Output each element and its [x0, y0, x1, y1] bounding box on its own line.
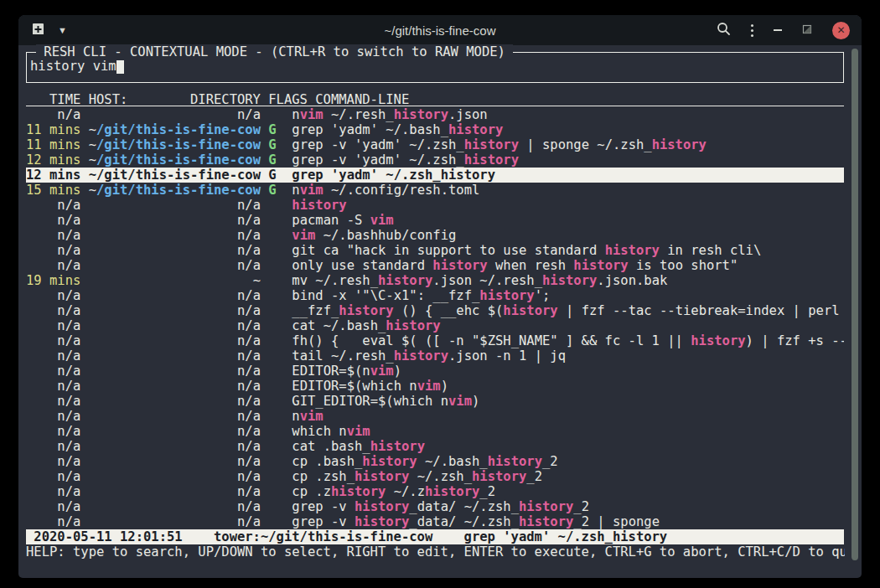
history-row[interactable]: n/a n/a nvim ~/.resh_history.json — [26, 107, 844, 122]
table-header: TIME HOST: DIRECTORY FLAGS COMMAND-LINE — [26, 92, 844, 106]
history-row[interactable]: n/a n/a history — [26, 198, 844, 213]
history-row[interactable]: n/a n/a only use standard history when r… — [26, 258, 844, 273]
restore-icon — [802, 24, 812, 37]
close-icon: ✕ — [832, 22, 850, 39]
kebab-menu-icon — [751, 24, 753, 37]
new-tab-button[interactable] — [28, 21, 48, 40]
history-row[interactable]: n/a n/a cat ~/.bash_history — [26, 318, 844, 333]
history-row[interactable]: n/a n/a cp .bash_history ~/.bash_history… — [26, 454, 844, 469]
restore-button[interactable] — [800, 23, 814, 39]
titlebar-left-controls: ▼ — [28, 21, 69, 40]
history-row[interactable]: n/a n/a bind -x '"\C-x1": __fzf_history'… — [26, 288, 844, 303]
history-row[interactable]: 12 mins ~/git/this-is-fine-cow G grep 'y… — [26, 168, 844, 183]
history-row[interactable]: n/a n/a GIT_EDITOR=$(which nvim) — [26, 394, 844, 409]
terminal-window: ▼ ~/git/this-is-fine-cow — [18, 15, 862, 578]
history-row[interactable]: n/a n/a cp .zsh_history ~/.zsh_history_2 — [26, 469, 844, 484]
chevron-down-icon: ▼ — [58, 26, 67, 35]
titlebar: ▼ ~/git/this-is-fine-cow — [18, 15, 862, 45]
history-row[interactable]: n/a n/a EDITOR=$(which nvim) — [26, 379, 844, 394]
history-row[interactable]: n/a n/a pacman -S vim — [26, 213, 844, 228]
history-row[interactable]: 11 mins ~/git/this-is-fine-cow G grep -v… — [26, 137, 844, 152]
menu-button[interactable] — [749, 23, 755, 39]
text-cursor — [116, 60, 124, 74]
scrollbar-thumb[interactable] — [852, 49, 858, 560]
history-row[interactable]: n/a n/a __fzf_history () { __ehc $(histo… — [26, 303, 844, 318]
terminal-content: RESH CLI - CONTEXTUAL MODE - (CTRL+R to … — [18, 45, 862, 578]
search-icon — [717, 22, 731, 39]
history-row[interactable]: 12 mins ~/git/this-is-fine-cow G grep -v… — [26, 152, 844, 168]
history-list: n/a n/a nvim ~/.resh_history.json11 mins… — [26, 107, 844, 529]
new-tab-dropdown-button[interactable]: ▼ — [56, 24, 69, 37]
history-row[interactable]: n/a n/a git ca "hack in support to use s… — [26, 243, 844, 258]
history-row[interactable]: n/a n/a cat .bash_history — [26, 439, 844, 454]
history-row[interactable]: n/a n/a grep -v history_data/ ~/.zsh_his… — [26, 499, 844, 514]
help-line: HELP: type to search, UP/DOWN to select,… — [26, 544, 845, 560]
titlebar-right-controls: ✕ — [715, 20, 852, 41]
history-row[interactable]: 11 mins ~/git/this-is-fine-cow G grep 'y… — [26, 122, 844, 137]
minimize-button[interactable] — [772, 28, 784, 33]
search-box: RESH CLI - CONTEXTUAL MODE - (CTRL+R to … — [26, 52, 844, 83]
search-query-text: history vim — [30, 59, 116, 74]
history-row[interactable]: n/a n/a which nvim — [26, 424, 844, 439]
history-row[interactable]: n/a n/a nvim — [26, 409, 844, 424]
search-box-title: RESH CLI - CONTEXTUAL MODE - (CTRL+R to … — [36, 44, 513, 59]
history-row[interactable]: n/a n/a vim ~/.bashhub/config — [26, 228, 844, 243]
selected-command-bar: 2020-05-11 12:01:51 tower:~/git/this-is-… — [26, 529, 844, 544]
history-row[interactable]: n/a n/a grep -v history_data/ ~/.zsh_his… — [26, 514, 844, 529]
history-row[interactable]: n/a n/a tail ~/.resh_history.json -n 1 |… — [26, 348, 844, 364]
history-row[interactable]: 15 mins ~/git/this-is-fine-cow G nvim ~/… — [26, 183, 844, 198]
history-row[interactable]: n/a n/a cp .zhistory ~/.zhistory_2 — [26, 484, 844, 499]
history-row[interactable]: n/a n/a fh() { eval $( ([ -n "$ZSH_NAME"… — [26, 333, 844, 348]
history-row[interactable]: n/a n/a EDITOR=$(nvim) — [26, 364, 844, 379]
search-button[interactable] — [715, 20, 732, 40]
history-row[interactable]: 19 mins ~ mv ~/.resh_history.json ~/.res… — [26, 273, 844, 288]
close-button[interactable]: ✕ — [831, 20, 852, 41]
new-terminal-icon — [30, 23, 46, 39]
minimize-icon — [774, 29, 782, 31]
